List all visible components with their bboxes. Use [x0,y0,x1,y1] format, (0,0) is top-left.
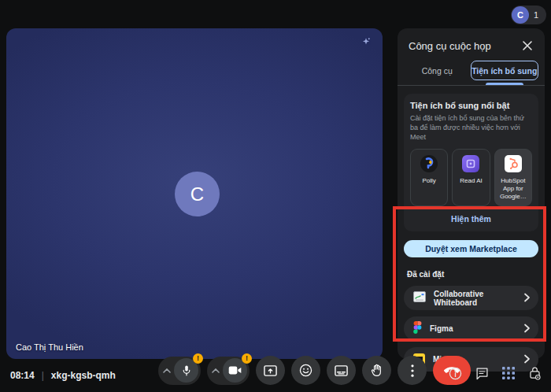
read-ai-icon [462,155,479,172]
featured-heading: Tiện ích bổ sung nổi bật [410,101,532,110]
app-tile-polly[interactable]: Polly [410,149,448,206]
secondary-controls [449,366,542,380]
featured-app-tiles: Polly Read AI HubSpot App for Google… [410,149,532,206]
app-tile-read-ai[interactable]: Read AI [452,149,490,206]
video-tile[interactable]: C Cao Thị Thu Hiền [6,28,383,359]
show-more-link[interactable]: Hiện thêm [410,214,532,224]
browse-marketplace-button[interactable]: Duyệt xem Marketplace [404,240,538,257]
mic-control-group: ! [158,357,201,385]
polly-icon [420,155,438,172]
installed-item-label: Figma [430,324,516,333]
installed-item-collaborative-whiteboard[interactable]: Collaborative Whiteboard [404,286,538,310]
avatar: C [512,6,529,24]
hubspot-icon [505,155,522,172]
avatar-letter: C [517,10,523,20]
installed-heading: Đã cài đặt [407,270,538,279]
tab-cong-cu[interactable]: Công cụ [404,61,471,80]
camera-options-chevron-icon[interactable] [209,357,223,385]
meeting-tools-panel: Công cụ cuộc họp Công cụ Tiện ích bổ sun… [398,28,545,359]
info-divider: | [42,370,44,381]
meeting-code: xkg-kgsb-qmh [51,370,116,381]
activities-apps-grid-icon[interactable] [502,367,515,379]
raise-hand-button[interactable] [362,356,391,385]
figma-icon [413,321,422,337]
app-label: Polly [422,177,435,185]
participant-name-label: Cao Thị Thu Hiền [16,342,83,352]
close-icon[interactable] [520,38,535,54]
panel-tabs: Công cụ Tiện ích bổ sung [404,61,538,80]
chevron-right-icon [523,291,531,305]
chat-icon[interactable] [475,367,489,380]
call-controls: ! ! [158,356,471,385]
tab-tien-ich-bo-sung[interactable]: Tiện ích bổ sung [471,61,539,80]
app-label: HubSpot App for Google… [497,177,530,201]
effects-sparkle-icon [361,36,372,50]
chevron-right-icon [523,353,531,367]
mic-options-chevron-icon[interactable] [160,357,174,385]
captions-button[interactable] [327,356,356,385]
participant-count: 1 [534,10,538,20]
more-options-button[interactable] [398,356,427,385]
present-screen-button[interactable] [256,356,285,385]
chevron-right-icon [523,322,531,336]
app-label: Read AI [460,177,482,185]
meeting-details-icon[interactable] [449,367,462,380]
featured-description: Cài đặt tiện ích bổ sung của bên thứ ba … [410,113,532,142]
participant-avatar: C [175,172,220,216]
participant-avatar-letter: C [190,183,204,205]
host-controls-lock-icon[interactable] [528,366,542,380]
tab-label: Công cụ [422,66,453,76]
camera-warning-badge: ! [242,353,252,364]
camera-control-group: ! [207,357,250,385]
meet-app-window: C 1 C Cao Thị Thu Hiền Công cụ cuộc họp … [0,0,551,392]
app-tile-hubspot[interactable]: HubSpot App for Google… [494,149,532,206]
installed-item-label: Collaborative Whiteboard [434,290,516,307]
featured-addons-card: Tiện ích bổ sung nổi bật Cài đặt tiện íc… [404,94,538,231]
panel-title: Công cụ cuộc họp [409,40,491,52]
participants-pill[interactable]: C 1 [511,6,546,24]
panel-header: Công cụ cuộc họp [404,36,538,54]
mic-warning-badge: ! [193,353,203,364]
installed-item-figma[interactable]: Figma [404,316,538,341]
meeting-info: 08:14 | xkg-kgsb-qmh [10,370,116,381]
collaborative-whiteboard-icon [413,291,426,305]
reactions-button[interactable] [291,356,320,385]
tab-label: Tiện ích bổ sung [471,66,537,76]
tabs-divider [398,85,545,86]
clock: 08:14 [10,370,35,381]
